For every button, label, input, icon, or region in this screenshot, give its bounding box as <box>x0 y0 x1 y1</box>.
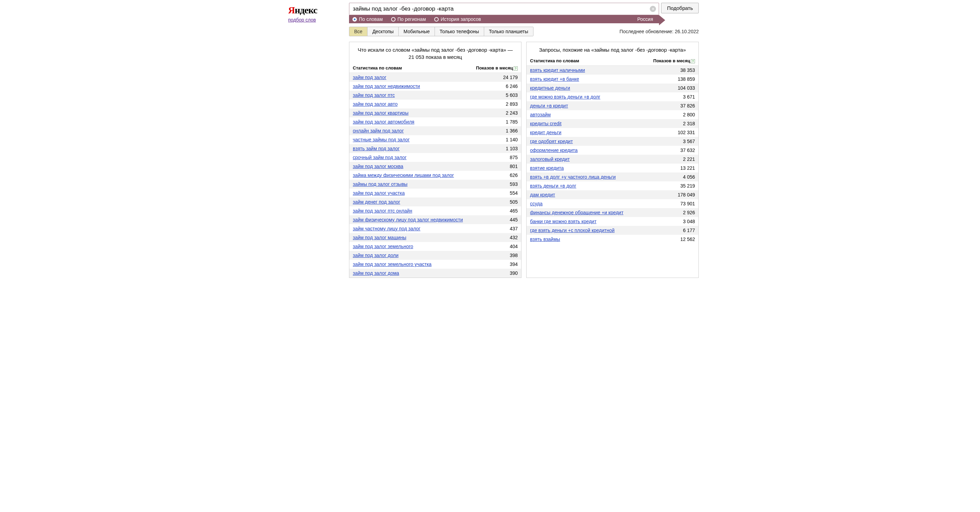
query-link[interactable]: взять кредит +в банке <box>530 76 579 82</box>
table-row: оформление кредита37 632 <box>527 146 698 155</box>
query-link[interactable]: залоговый кредит <box>530 156 570 162</box>
query-link[interactable]: займ физическому лицу под залог недвижим… <box>353 217 463 223</box>
query-link[interactable]: автозайм <box>530 112 550 118</box>
query-link[interactable]: взять +в долг +у частного лица деньги <box>530 174 616 180</box>
table-row: взять деньги +в долг35 219 <box>527 181 698 190</box>
query-link[interactable]: ссуда <box>530 201 543 207</box>
table-row: взять кредит наличными38 353 <box>527 66 698 75</box>
mode-label: По словам <box>359 16 383 22</box>
query-link[interactable]: дам кредит <box>530 192 555 197</box>
table-row: деньги +в кредит37 826 <box>527 101 698 110</box>
table-row: банки где можно взять кредит3 048 <box>527 217 698 226</box>
table-row: займы под залог отзывы593 <box>349 180 521 189</box>
table-row: где взять деньги +с плохой кредитной6 17… <box>527 226 698 235</box>
table-row: кредит деньги102 331 <box>527 128 698 137</box>
right-panel-title: Запросы, похожие на «займы под залог -бе… <box>527 42 698 56</box>
device-tab-mobile[interactable]: Мобильные <box>399 27 435 36</box>
col-header-words: Статистика по словам <box>530 58 579 63</box>
region-label[interactable]: Россия <box>638 16 656 22</box>
shows-count: 465 <box>510 208 518 213</box>
query-link[interactable]: где одобрят кредит <box>530 138 573 144</box>
query-link[interactable]: займ под залог недвижимости <box>353 84 420 89</box>
query-link[interactable]: займа между физическими лицами под залог <box>353 172 454 178</box>
query-link[interactable]: займ под залог автомобиля <box>353 119 414 125</box>
query-link[interactable]: займы под залог отзывы <box>353 181 407 187</box>
table-row: займ под залог квартиры2 243 <box>349 108 521 118</box>
table-row: взятие кредита13 221 <box>527 164 698 172</box>
mode-by-regions[interactable]: По регионам <box>391 16 426 22</box>
search-input[interactable] <box>349 3 650 15</box>
search-box: ✕ <box>349 3 659 15</box>
query-link[interactable]: займ денег под залог <box>353 199 400 205</box>
query-link[interactable]: займ под залог квартиры <box>353 110 409 116</box>
shows-count: 505 <box>510 199 518 205</box>
table-row: где можно взять деньги +в долг3 671 <box>527 92 698 101</box>
device-tab-desktops[interactable]: Десктопы <box>368 27 399 36</box>
query-link[interactable]: кредитные деньги <box>530 85 570 91</box>
query-link[interactable]: деньги +в кредит <box>530 103 568 108</box>
query-link[interactable]: взять займ под залог <box>353 146 400 151</box>
shows-count: 38 353 <box>680 67 695 73</box>
device-tab-phones[interactable]: Только телефоны <box>435 27 484 36</box>
query-link[interactable]: займ под залог птс <box>353 92 395 98</box>
clear-icon[interactable]: ✕ <box>650 6 656 12</box>
query-link[interactable]: кредиты credit <box>530 121 562 126</box>
query-link[interactable]: где можно взять деньги +в долг <box>530 94 600 100</box>
mode-history[interactable]: История запросов <box>434 16 481 22</box>
query-link[interactable]: финансы денежное обращение +и кредит <box>530 210 624 215</box>
left-header-row: Статистика по словам Показов в месяц? <box>349 63 521 73</box>
query-link[interactable]: банки где можно взять кредит <box>530 219 597 224</box>
shows-count: 2 926 <box>683 210 695 215</box>
query-link[interactable]: займ под залог <box>353 75 386 80</box>
query-link[interactable]: займ под залог птс онлайн <box>353 208 412 213</box>
table-row: займ под залог участка554 <box>349 189 521 197</box>
query-link[interactable]: займ частному лицу под залог <box>353 226 420 231</box>
shows-count: 2 893 <box>506 101 518 107</box>
device-tab-all[interactable]: Все <box>349 27 368 36</box>
col-header-words: Статистика по словам <box>353 65 402 70</box>
query-link[interactable]: займ под залог участка <box>353 190 405 196</box>
query-link[interactable]: кредит деньги <box>530 130 562 135</box>
table-row: займ под залог земельного участка394 <box>349 260 521 269</box>
logo-ya: Я <box>288 5 294 15</box>
query-link[interactable]: займ под залог дома <box>353 270 399 276</box>
radio-dot-icon <box>352 17 357 22</box>
help-icon[interactable]: ? <box>691 59 695 63</box>
query-link[interactable]: займ под залог авто <box>353 101 398 107</box>
table-row: займ под залог земельного404 <box>349 242 521 251</box>
query-link[interactable]: взять взаймы <box>530 237 560 242</box>
table-row: где одобрят кредит3 567 <box>527 137 698 146</box>
shows-count: 801 <box>510 164 518 169</box>
search-button[interactable]: Подобрать <box>661 3 699 13</box>
yandex-logo[interactable]: Яндекс <box>288 5 343 16</box>
query-link[interactable]: частные займы под залог <box>353 137 410 142</box>
shows-count: 398 <box>510 253 518 258</box>
query-link[interactable]: взять кредит наличными <box>530 67 585 73</box>
query-link[interactable]: займ под залог москва <box>353 164 403 169</box>
shows-count: 6 246 <box>506 84 518 89</box>
mode-label: История запросов <box>441 16 481 22</box>
shows-count: 404 <box>510 244 518 249</box>
wordstat-sublink[interactable]: подбор слов <box>288 17 316 22</box>
mode-by-words[interactable]: По словам <box>352 16 383 22</box>
device-tabs: Все Десктопы Мобильные Только телефоны Т… <box>349 27 533 36</box>
shows-count: 875 <box>510 155 518 160</box>
query-link[interactable]: оформление кредита <box>530 148 578 153</box>
table-row: займ под залог москва801 <box>349 162 521 171</box>
shows-count: 1 785 <box>506 119 518 125</box>
device-tab-tablets[interactable]: Только планшеты <box>484 27 533 36</box>
table-row: займ под залог автомобиля1 785 <box>349 118 521 126</box>
query-link[interactable]: онлайн займ под залог <box>353 128 404 134</box>
query-link[interactable]: срочный займ под залог <box>353 155 407 160</box>
query-link[interactable]: взять деньги +в долг <box>530 183 576 189</box>
shows-count: 3 671 <box>683 94 695 100</box>
table-row: займ частному лицу под залог437 <box>349 224 521 233</box>
query-link[interactable]: займ под залог машины <box>353 235 406 240</box>
query-link[interactable]: займ под залог доли <box>353 253 399 258</box>
query-link[interactable]: займ под залог земельного <box>353 244 414 249</box>
query-link[interactable]: где взять деньги +с плохой кредитной <box>530 227 614 233</box>
query-link[interactable]: взятие кредита <box>530 165 564 171</box>
help-icon[interactable]: ? <box>514 67 518 70</box>
query-link[interactable]: займ под залог земельного участка <box>353 261 431 267</box>
shows-count: 102 331 <box>678 130 695 135</box>
